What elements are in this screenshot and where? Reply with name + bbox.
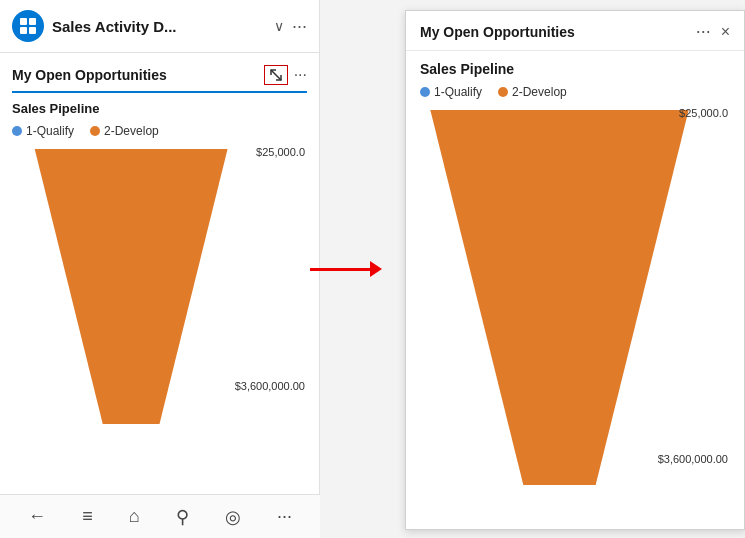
right-legend-label-develop: 2-Develop [512, 85, 567, 99]
chart-legend: 1-Qualify 2-Develop [12, 124, 307, 138]
app-title: Sales Activity D... [52, 18, 266, 35]
close-button[interactable]: × [721, 23, 730, 41]
svg-line-4 [271, 70, 281, 80]
legend-dot-qualify [12, 126, 22, 136]
right-legend-dot-qualify [420, 87, 430, 97]
right-legend-dot-develop [498, 87, 508, 97]
left-content: My Open Opportunities ··· Sales Pipeline [0, 53, 319, 538]
legend-label-develop: 2-Develop [104, 124, 159, 138]
svg-marker-5 [35, 149, 228, 424]
legend-label-qualify: 1-Qualify [26, 124, 74, 138]
right-panel-content: Sales Pipeline 1-Qualify 2-Develop $25,0… [406, 51, 744, 529]
chart-label-top: $25,000.0 [256, 146, 305, 158]
right-funnel-chart: $25,000.0 $3,600,000.00 [420, 105, 730, 485]
right-chart-label-bottom: $3,600,000.00 [658, 453, 728, 465]
left-funnel-chart: $25,000.0 $3,600,000.00 [12, 144, 307, 424]
right-panel-header: My Open Opportunities ··· × [406, 11, 744, 51]
right-legend-label-qualify: 1-Qualify [434, 85, 482, 99]
right-panel: My Open Opportunities ··· × Sales Pipeli… [405, 10, 745, 530]
svg-rect-3 [29, 27, 36, 34]
sub-title: Sales Pipeline [12, 101, 307, 116]
header-dots-menu[interactable]: ··· [292, 17, 307, 35]
nav-search-button[interactable]: ⚲ [170, 500, 195, 534]
nav-more-button[interactable]: ··· [271, 500, 298, 533]
right-sub-title: Sales Pipeline [420, 61, 730, 77]
scene: Sales Activity D... ∨ ··· My Open Opport… [0, 0, 745, 538]
section-dots-menu[interactable]: ··· [294, 66, 307, 84]
bottom-navigation: ← ≡ ⌂ ⚲ ◎ ··· [0, 494, 320, 538]
right-legend-item-develop: 2-Develop [498, 85, 567, 99]
legend-item-develop: 2-Develop [90, 124, 159, 138]
nav-menu-button[interactable]: ≡ [76, 500, 99, 533]
right-chart-label-top: $25,000.0 [679, 107, 728, 119]
right-funnel-svg [420, 105, 730, 485]
chevron-down-icon[interactable]: ∨ [274, 18, 284, 34]
right-chart-legend: 1-Qualify 2-Develop [420, 85, 730, 99]
right-panel-title: My Open Opportunities [420, 24, 575, 40]
section-title: My Open Opportunities [12, 67, 167, 83]
svg-rect-2 [20, 27, 27, 34]
chart-label-bottom: $3,600,000.00 [235, 380, 305, 392]
arrow-head [370, 261, 382, 277]
nav-recent-button[interactable]: ◎ [219, 500, 247, 534]
right-legend-item-qualify: 1-Qualify [420, 85, 482, 99]
arrow-line [310, 268, 370, 271]
svg-rect-0 [20, 18, 27, 25]
section-actions: ··· [264, 65, 307, 85]
legend-dot-develop [90, 126, 100, 136]
section-header: My Open Opportunities ··· [12, 65, 307, 93]
nav-home-button[interactable]: ⌂ [123, 500, 146, 533]
expand-icon [270, 69, 282, 81]
right-panel-dots-menu[interactable]: ··· [696, 21, 711, 42]
legend-item-qualify: 1-Qualify [12, 124, 74, 138]
expand-arrow [310, 261, 382, 277]
svg-rect-1 [29, 18, 36, 25]
app-header: Sales Activity D... ∨ ··· [0, 0, 319, 53]
svg-marker-6 [430, 110, 688, 485]
expand-button[interactable] [264, 65, 288, 85]
app-icon[interactable] [12, 10, 44, 42]
nav-back-button[interactable]: ← [22, 500, 52, 533]
grid-icon [19, 17, 37, 35]
left-panel: Sales Activity D... ∨ ··· My Open Opport… [0, 0, 320, 538]
